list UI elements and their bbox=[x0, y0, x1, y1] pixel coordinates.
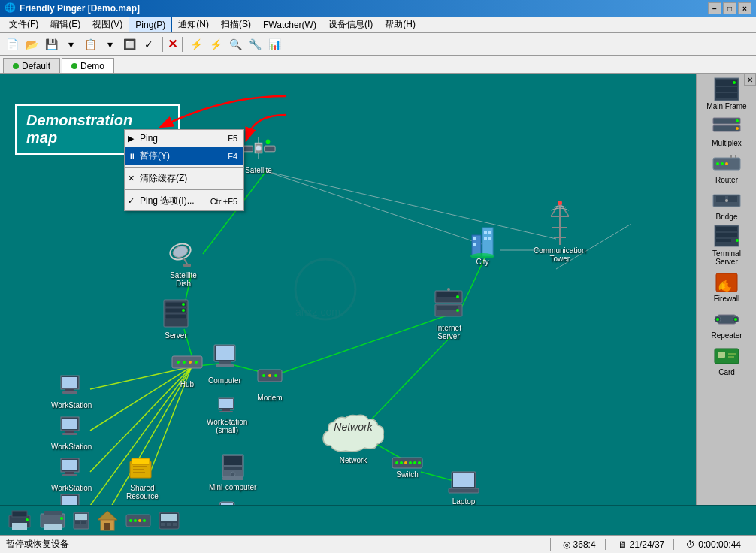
phone-icon[interactable] bbox=[158, 511, 180, 530]
menu-file[interactable]: 文件(F) bbox=[3, 17, 44, 32]
printer-icon[interactable] bbox=[6, 509, 33, 532]
right-panel-card[interactable]: Card bbox=[700, 343, 754, 378]
firewall-label: Firewall bbox=[714, 295, 739, 303]
toolbar-search[interactable]: 🔍 bbox=[226, 35, 244, 53]
element-shared-resource[interactable]: SharedResource bbox=[126, 457, 159, 500]
svg-point-174 bbox=[134, 519, 137, 522]
coordinates: 368:4 bbox=[573, 539, 596, 550]
svg-rect-71 bbox=[132, 458, 150, 464]
repeater-icon bbox=[712, 307, 742, 331]
menu-fwatcher[interactable]: FWatcher(W) bbox=[257, 17, 322, 32]
right-panel-repeater[interactable]: Repeater bbox=[700, 306, 754, 341]
svg-point-105 bbox=[456, 295, 459, 298]
svg-rect-159 bbox=[12, 523, 27, 530]
right-panel-router[interactable]: Router bbox=[700, 150, 754, 186]
toolbar-new[interactable]: 📄 bbox=[3, 35, 21, 53]
switch-icon bbox=[391, 455, 424, 470]
city-label: City bbox=[476, 258, 488, 266]
toolbar-close[interactable]: ✕ bbox=[168, 37, 177, 51]
svg-point-111 bbox=[395, 461, 398, 464]
svg-rect-30 bbox=[183, 264, 191, 267]
right-panel-terminal-server[interactable]: Terminal Server bbox=[700, 224, 754, 267]
minimize-button[interactable]: − bbox=[708, 2, 721, 14]
svg-point-41 bbox=[195, 361, 198, 364]
menu-scan[interactable]: 扫描(S) bbox=[215, 17, 257, 32]
toolbar-ping1[interactable]: ⚡ bbox=[187, 35, 205, 53]
shared-resource-icon bbox=[129, 457, 156, 484]
menu-view[interactable]: 视图(V) bbox=[86, 17, 129, 32]
toolbar-copy[interactable]: 📋 bbox=[81, 35, 99, 53]
map-canvas[interactable]: Demonstration map bbox=[0, 74, 756, 505]
svg-rect-90 bbox=[473, 243, 476, 246]
element-laptop[interactable]: Laptop bbox=[447, 470, 480, 505]
ping-shortcut: F5 bbox=[213, 134, 237, 143]
element-computer[interactable]: Computer bbox=[207, 340, 243, 385]
svg-rect-140 bbox=[728, 196, 737, 202]
element-switch[interactable]: Switch bbox=[391, 455, 424, 479]
toolbar-chart[interactable]: 📊 bbox=[265, 35, 283, 53]
toolbar-settings[interactable]: 🔧 bbox=[246, 35, 264, 53]
panel-close-button[interactable]: ✕ bbox=[744, 74, 756, 86]
element-pda[interactable]: PDA bbox=[218, 500, 236, 505]
toolbar-dropdown1[interactable]: ▾ bbox=[62, 35, 80, 53]
toolbar-open[interactable]: 📂 bbox=[23, 35, 41, 53]
fax-icon[interactable] bbox=[72, 509, 90, 532]
menu-devinfo[interactable]: 设备信息(I) bbox=[322, 17, 379, 32]
svg-point-39 bbox=[183, 361, 186, 364]
toolbar-ping2[interactable]: ⚡ bbox=[207, 35, 225, 53]
comm-tower-icon bbox=[546, 201, 573, 246]
mini-computer-label: Mini-computer bbox=[209, 483, 256, 491]
dropdown-options[interactable]: ✓ Ping 选项(I)... Ctrl+F5 bbox=[125, 192, 243, 210]
right-panel-multiplex[interactable]: Multiplex bbox=[700, 113, 754, 149]
menu-notify[interactable]: 通知(N) bbox=[172, 17, 215, 32]
element-modem[interactable]: Modem bbox=[252, 358, 288, 402]
element-city[interactable]: City bbox=[466, 220, 499, 266]
comm-tower-label: CommunicationTower bbox=[534, 246, 585, 263]
house-icon[interactable] bbox=[96, 509, 119, 532]
toolbar-check[interactable]: ✓ bbox=[140, 35, 158, 53]
element-comm-tower[interactable]: CommunicationTower bbox=[534, 201, 585, 263]
element-workstation4[interactable]: WorkStation bbox=[51, 493, 92, 505]
dropdown-ping[interactable]: ▶ Ping F5 bbox=[125, 130, 243, 147]
dropdown-clear[interactable]: ✕ 清除缓存(Z) bbox=[125, 169, 243, 188]
close-button[interactable]: × bbox=[738, 2, 751, 14]
toolbar-dropdown2[interactable]: ▾ bbox=[101, 35, 119, 53]
menu-edit[interactable]: 编辑(E) bbox=[44, 17, 86, 32]
computer-icon bbox=[207, 340, 243, 376]
toolbar-save[interactable]: 💾 bbox=[42, 35, 60, 53]
menu-ping[interactable]: Ping(P) bbox=[129, 17, 172, 32]
element-server[interactable]: Server bbox=[158, 295, 194, 340]
svg-rect-52 bbox=[65, 389, 74, 391]
element-hub[interactable]: Hub bbox=[169, 344, 205, 388]
tab-demo[interactable]: Demo bbox=[62, 58, 114, 73]
bottom-icons-bar bbox=[0, 505, 756, 535]
svg-rect-72 bbox=[133, 466, 147, 467]
workstation2-icon bbox=[59, 416, 83, 443]
element-workstation-small[interactable]: WorkStation(small) bbox=[207, 397, 247, 434]
element-satellite[interactable]: Satellite bbox=[240, 130, 277, 174]
svg-rect-51 bbox=[62, 377, 77, 388]
menu-help[interactable]: 帮助(H) bbox=[379, 17, 422, 32]
element-satellite-dish[interactable]: SatelliteDish bbox=[165, 235, 201, 288]
svg-point-131 bbox=[736, 127, 739, 130]
right-panel-firewall[interactable]: Firewall bbox=[700, 269, 754, 304]
element-network[interactable]: Network Network bbox=[316, 412, 391, 464]
element-internet-server[interactable]: InternetServer bbox=[432, 288, 465, 340]
svg-point-116 bbox=[418, 461, 421, 464]
svg-rect-55 bbox=[62, 419, 77, 429]
dropdown-pause[interactable]: ⏸ 暂停(Y) F4 bbox=[125, 147, 243, 165]
repeater-label: Repeater bbox=[711, 331, 742, 340]
hub2-icon[interactable] bbox=[125, 512, 152, 530]
maximize-button[interactable]: □ bbox=[723, 2, 736, 14]
element-mini-computer[interactable]: Mini-computer bbox=[209, 453, 256, 491]
element-workstation1[interactable]: WorkStation bbox=[51, 374, 92, 409]
pda-icon bbox=[218, 500, 236, 505]
element-workstation3[interactable]: WorkStation bbox=[51, 457, 92, 492]
ping-dropdown-menu: ▶ Ping F5 ⏸ 暂停(Y) F4 ✕ 清除缓存(Z) ✓ Ping bbox=[124, 129, 244, 211]
toolbar-grid[interactable]: 🔲 bbox=[120, 35, 138, 53]
svg-point-115 bbox=[413, 461, 416, 464]
element-workstation2[interactable]: WorkStation bbox=[51, 416, 92, 451]
tab-default[interactable]: Default bbox=[3, 58, 60, 73]
large-printer-icon[interactable] bbox=[39, 509, 66, 532]
right-panel-bridge[interactable]: Bridge bbox=[700, 187, 754, 222]
